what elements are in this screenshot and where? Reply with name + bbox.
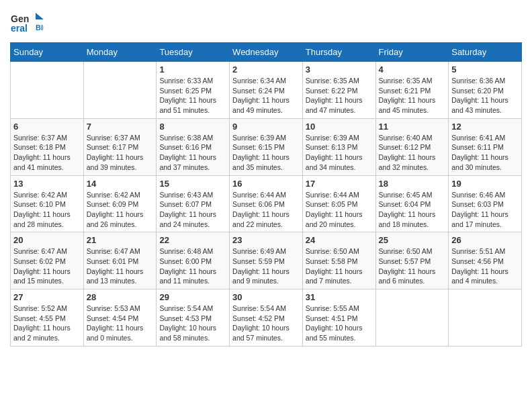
cell-info: Sunrise: 6:35 AMSunset: 6:21 PMDaylight:… xyxy=(379,77,436,114)
calendar-cell: 22Sunrise: 6:48 AMSunset: 6:00 PMDayligh… xyxy=(157,232,230,289)
calendar-cell xyxy=(449,289,522,347)
calendar-week-4: 20Sunrise: 6:47 AMSunset: 6:02 PMDayligh… xyxy=(11,232,522,289)
calendar-cell: 30Sunrise: 5:54 AMSunset: 4:52 PMDayligh… xyxy=(230,289,303,347)
day-number: 29 xyxy=(159,292,226,302)
cell-info: Sunrise: 6:47 AMSunset: 6:02 PMDaylight:… xyxy=(13,247,71,285)
cell-info: Sunrise: 6:43 AMSunset: 6:07 PMDaylight:… xyxy=(159,191,216,228)
calendar-cell: 11Sunrise: 6:40 AMSunset: 6:12 PMDayligh… xyxy=(375,118,449,175)
day-number: 3 xyxy=(306,64,373,75)
weekday-header-saturday: Saturday xyxy=(449,43,522,62)
day-number: 14 xyxy=(87,179,154,189)
calendar-week-3: 13Sunrise: 6:42 AMSunset: 6:10 PMDayligh… xyxy=(11,175,522,232)
day-number: 15 xyxy=(159,179,226,189)
cell-info: Sunrise: 6:50 AMSunset: 5:57 PMDaylight:… xyxy=(379,247,436,285)
cell-info: Sunrise: 6:45 AMSunset: 6:04 PMDaylight:… xyxy=(379,191,436,228)
day-number: 27 xyxy=(13,292,81,302)
calendar-cell: 31Sunrise: 5:55 AMSunset: 4:51 PMDayligh… xyxy=(302,289,375,347)
calendar-cell: 5Sunrise: 6:36 AMSunset: 6:20 PMDaylight… xyxy=(449,62,522,119)
cell-info: Sunrise: 6:44 AMSunset: 6:05 PMDaylight:… xyxy=(306,191,363,228)
calendar-cell: 12Sunrise: 6:41 AMSunset: 6:11 PMDayligh… xyxy=(449,118,522,175)
cell-info: Sunrise: 6:37 AMSunset: 6:18 PMDaylight:… xyxy=(13,134,71,171)
cell-info: Sunrise: 6:41 AMSunset: 6:11 PMDaylight:… xyxy=(451,134,508,171)
day-number: 13 xyxy=(13,179,81,189)
weekday-header-sunday: Sunday xyxy=(11,43,84,62)
calendar-week-5: 27Sunrise: 5:52 AMSunset: 4:55 PMDayligh… xyxy=(11,289,522,347)
calendar-cell: 18Sunrise: 6:45 AMSunset: 6:04 PMDayligh… xyxy=(375,175,449,232)
day-number: 20 xyxy=(13,235,81,245)
cell-info: Sunrise: 6:48 AMSunset: 6:00 PMDaylight:… xyxy=(159,247,216,285)
calendar-cell xyxy=(11,62,84,119)
day-number: 10 xyxy=(306,122,373,132)
day-number: 9 xyxy=(232,122,300,132)
weekday-header-tuesday: Tuesday xyxy=(157,43,230,62)
cell-info: Sunrise: 6:49 AMSunset: 5:59 PMDaylight:… xyxy=(232,247,290,285)
cell-info: Sunrise: 6:42 AMSunset: 6:10 PMDaylight:… xyxy=(13,191,71,228)
calendar-cell: 21Sunrise: 6:47 AMSunset: 6:01 PMDayligh… xyxy=(83,232,157,289)
cell-info: Sunrise: 5:51 AMSunset: 4:56 PMDaylight:… xyxy=(451,247,508,285)
calendar-cell: 13Sunrise: 6:42 AMSunset: 6:10 PMDayligh… xyxy=(11,175,84,232)
calendar-cell: 15Sunrise: 6:43 AMSunset: 6:07 PMDayligh… xyxy=(157,175,230,232)
calendar-cell: 25Sunrise: 6:50 AMSunset: 5:57 PMDayligh… xyxy=(375,232,449,289)
weekday-header-wednesday: Wednesday xyxy=(230,43,303,62)
calendar-cell: 4Sunrise: 6:35 AMSunset: 6:21 PMDaylight… xyxy=(375,62,449,119)
cell-info: Sunrise: 6:47 AMSunset: 6:01 PMDaylight:… xyxy=(87,247,144,285)
logo: Gen eral Blue xyxy=(10,10,44,36)
day-number: 28 xyxy=(87,292,154,302)
cell-info: Sunrise: 5:55 AMSunset: 4:51 PMDaylight:… xyxy=(306,304,363,342)
calendar-cell: 2Sunrise: 6:34 AMSunset: 6:24 PMDaylight… xyxy=(230,62,303,119)
day-number: 19 xyxy=(451,179,519,189)
day-number: 21 xyxy=(87,235,154,245)
day-number: 31 xyxy=(306,292,373,302)
cell-info: Sunrise: 6:44 AMSunset: 6:06 PMDaylight:… xyxy=(232,191,290,228)
cell-info: Sunrise: 6:39 AMSunset: 6:15 PMDaylight:… xyxy=(232,134,290,171)
day-number: 23 xyxy=(232,235,300,245)
day-number: 30 xyxy=(232,292,300,302)
calendar-week-1: 1Sunrise: 6:33 AMSunset: 6:25 PMDaylight… xyxy=(11,62,522,119)
day-number: 22 xyxy=(159,235,226,245)
cell-info: Sunrise: 6:42 AMSunset: 6:09 PMDaylight:… xyxy=(87,191,144,228)
svg-text:eral: eral xyxy=(11,23,28,34)
calendar-header: SundayMondayTuesdayWednesdayThursdayFrid… xyxy=(11,43,522,62)
cell-info: Sunrise: 6:33 AMSunset: 6:25 PMDaylight:… xyxy=(159,77,216,114)
calendar-cell: 27Sunrise: 5:52 AMSunset: 4:55 PMDayligh… xyxy=(11,289,84,347)
cell-info: Sunrise: 6:35 AMSunset: 6:22 PMDaylight:… xyxy=(306,77,363,114)
day-number: 4 xyxy=(379,64,446,75)
day-number: 24 xyxy=(306,235,373,245)
day-number: 17 xyxy=(306,179,373,189)
weekday-header-friday: Friday xyxy=(375,43,449,62)
day-number: 8 xyxy=(159,122,226,132)
calendar-cell xyxy=(83,62,157,119)
weekday-row: SundayMondayTuesdayWednesdayThursdayFrid… xyxy=(11,43,522,62)
cell-info: Sunrise: 6:39 AMSunset: 6:13 PMDaylight:… xyxy=(306,134,363,171)
cell-info: Sunrise: 6:50 AMSunset: 5:58 PMDaylight:… xyxy=(306,247,363,285)
day-number: 7 xyxy=(87,122,154,132)
cell-info: Sunrise: 6:34 AMSunset: 6:24 PMDaylight:… xyxy=(232,77,290,114)
calendar-cell: 7Sunrise: 6:37 AMSunset: 6:17 PMDaylight… xyxy=(83,118,157,175)
calendar-cell: 19Sunrise: 6:46 AMSunset: 6:03 PMDayligh… xyxy=(449,175,522,232)
calendar-cell xyxy=(375,289,449,347)
cell-info: Sunrise: 6:46 AMSunset: 6:03 PMDaylight:… xyxy=(451,191,508,228)
calendar-cell: 1Sunrise: 6:33 AMSunset: 6:25 PMDaylight… xyxy=(157,62,230,119)
calendar-cell: 14Sunrise: 6:42 AMSunset: 6:09 PMDayligh… xyxy=(83,175,157,232)
weekday-header-monday: Monday xyxy=(83,43,157,62)
svg-text:Blue: Blue xyxy=(36,24,44,32)
svg-marker-2 xyxy=(36,13,44,19)
page-header: Gen eral Blue xyxy=(10,10,522,36)
calendar-cell: 28Sunrise: 5:53 AMSunset: 4:54 PMDayligh… xyxy=(83,289,157,347)
calendar-cell: 24Sunrise: 6:50 AMSunset: 5:58 PMDayligh… xyxy=(302,232,375,289)
day-number: 5 xyxy=(451,64,519,75)
cell-info: Sunrise: 6:38 AMSunset: 6:16 PMDaylight:… xyxy=(159,134,216,171)
day-number: 26 xyxy=(451,235,519,245)
day-number: 25 xyxy=(379,235,446,245)
day-number: 2 xyxy=(232,64,300,75)
day-number: 6 xyxy=(13,122,81,132)
calendar-cell: 17Sunrise: 6:44 AMSunset: 6:05 PMDayligh… xyxy=(302,175,375,232)
weekday-header-thursday: Thursday xyxy=(302,43,375,62)
cell-info: Sunrise: 5:52 AMSunset: 4:55 PMDaylight:… xyxy=(13,304,71,342)
cell-info: Sunrise: 5:54 AMSunset: 4:52 PMDaylight:… xyxy=(232,304,290,342)
calendar-cell: 29Sunrise: 5:54 AMSunset: 4:53 PMDayligh… xyxy=(157,289,230,347)
calendar-cell: 23Sunrise: 6:49 AMSunset: 5:59 PMDayligh… xyxy=(230,232,303,289)
cell-info: Sunrise: 6:36 AMSunset: 6:20 PMDaylight:… xyxy=(451,77,508,114)
day-number: 12 xyxy=(451,122,519,132)
cell-info: Sunrise: 6:40 AMSunset: 6:12 PMDaylight:… xyxy=(379,134,436,171)
